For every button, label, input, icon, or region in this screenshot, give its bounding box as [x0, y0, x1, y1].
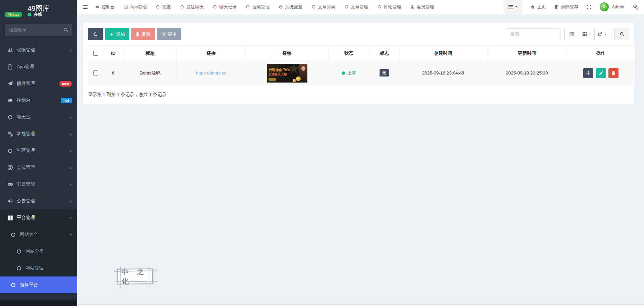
gear-icon — [279, 5, 283, 9]
circle-icon — [7, 114, 13, 120]
tab-member-manage[interactable]: 会员管理 — [410, 4, 434, 10]
sidebar-item-label: 插件管理 — [17, 81, 35, 87]
row-move-button[interactable] — [583, 68, 593, 78]
menu-search-input[interactable] — [5, 24, 72, 36]
clear-cache-button[interactable]: 清除缓存 — [554, 4, 578, 10]
search-toggle-button[interactable] — [614, 28, 629, 40]
row-edit-button[interactable] — [596, 68, 606, 78]
home-link[interactable]: 主页 — [531, 4, 546, 10]
sidebar-item-dashboard[interactable]: 控制台hot — [0, 92, 77, 109]
tab-send-chat[interactable]: 发送聊天 — [180, 4, 204, 10]
columns-dropdown-button[interactable] — [579, 28, 595, 40]
fullscreen-button[interactable] — [586, 4, 592, 10]
sidebar-item-guarantee[interactable]: 担保平台 — [0, 276, 77, 293]
row-delete-button[interactable] — [608, 68, 618, 78]
topbar: 控制台App管理设置发送聊天聊天记录拉黑管理系统配置文章分类文章管理评论管理会员… — [77, 0, 644, 14]
tab-app[interactable]: App管理 — [124, 4, 147, 10]
sidebar-item-permission[interactable]: 权限管理‹ — [0, 42, 77, 58]
tab-blacklist[interactable]: 拉黑管理 — [246, 4, 269, 10]
sidebar-toggle-button[interactable] — [77, 4, 93, 10]
sidebar-item-chatroom[interactable]: 聊天室‹ — [0, 109, 77, 125]
tab-article-category[interactable]: 文章分类 — [311, 4, 335, 10]
row-link[interactable]: https://donts.cc — [196, 70, 227, 75]
chevron-down-icon: ‹ — [68, 217, 74, 219]
add-label: 添加 — [116, 31, 125, 37]
trash-icon — [611, 71, 616, 75]
detail-view-button[interactable] — [564, 28, 579, 40]
file-icon — [124, 5, 128, 9]
delete-button[interactable]: 删除 — [131, 28, 155, 40]
settings-gears-icon[interactable] — [633, 4, 639, 10]
sidebar-item-website-category[interactable]: 网站分类 — [0, 243, 77, 260]
list-alt-icon — [569, 32, 574, 37]
sidebar-item-plugin[interactable]: 插件管理new — [0, 75, 77, 92]
chevron-down-icon: ‹ — [68, 234, 74, 236]
sidebar-status-row: 49tk.cc 在线 — [0, 12, 77, 19]
gamepad-icon — [7, 182, 13, 187]
tab-article-manage[interactable]: 文章管理 — [344, 4, 368, 10]
refresh-button[interactable] — [88, 28, 103, 40]
sidebar-item-member[interactable]: 会员管理‹ — [0, 159, 77, 176]
add-button[interactable]: 添加 — [105, 28, 129, 40]
cell-checkbox — [88, 61, 103, 85]
more-button[interactable]: 更多 — [157, 28, 181, 40]
sidebar-item-label: 聊天室 — [17, 114, 31, 120]
sidebar-item-community[interactable]: 社区管理‹ — [0, 142, 77, 159]
sidebar-item-label: 公告管理 — [17, 198, 35, 204]
sidebar-item-label: 网站大全 — [20, 232, 38, 238]
tab-chat-log[interactable]: 聊天记录 — [213, 4, 237, 10]
caret-down-icon — [589, 33, 591, 36]
content: 添加 删除 更多 — [77, 14, 644, 104]
sidebar-item-website-manage[interactable]: 网站管理 — [0, 260, 77, 276]
tab-system-config[interactable]: 系统配置 — [279, 4, 302, 10]
data-table: ID 标题 链接 横幅 状态 标志 创建时间 更新时间 操作 — [88, 45, 635, 85]
columns-icon — [582, 32, 587, 37]
rocket-icon — [7, 81, 13, 87]
home-label: 主页 — [537, 4, 546, 10]
row-checkbox[interactable] — [93, 70, 98, 75]
caret-down-icon — [515, 5, 518, 8]
sidebar-item-label: 网站管理 — [26, 265, 44, 271]
tab-label: 控制台 — [102, 4, 115, 10]
flag-badge: 无 — [380, 69, 389, 76]
select-all-checkbox[interactable] — [93, 51, 98, 56]
sidebar-item-label: 平台管理 — [17, 215, 35, 221]
export-dropdown-button[interactable] — [594, 28, 610, 40]
file-icon — [7, 64, 13, 70]
sidebar-item-platform[interactable]: 平台管理‹ — [0, 209, 77, 226]
tab-label: 拉黑管理 — [252, 4, 269, 10]
tab-dashboard[interactable]: 控制台 — [95, 4, 115, 10]
watermark-stamp: 中 之 化 — [117, 268, 153, 284]
tab-label: App管理 — [130, 4, 147, 10]
circle-icon — [10, 232, 16, 238]
table-search-input[interactable] — [507, 28, 560, 40]
app-window: 49图库 49tk.cc 在线 权限管理‹App管理插件管理new控制台hot聊… — [0, 0, 644, 306]
sidebar-item-lottery[interactable]: 彩票管理‹ — [0, 176, 77, 193]
sidebar-item-label: 会员管理 — [17, 164, 35, 170]
chevron-left-icon: ‹ — [70, 182, 72, 187]
toolbar-right — [507, 28, 629, 40]
avatar[interactable]: 9 — [600, 2, 609, 11]
tab-menu-dropdown-button[interactable] — [503, 0, 523, 14]
user-solid-icon — [410, 5, 414, 9]
app-title: 49图库 — [0, 0, 77, 12]
username[interactable]: Admin — [612, 4, 624, 9]
more-label: 更多 — [168, 31, 177, 37]
sidebar-item-announcement[interactable]: 公告管理‹ — [0, 193, 77, 209]
sidebar-item-label: App管理 — [17, 64, 34, 70]
circle-icon — [16, 249, 22, 254]
sidebar-item-general[interactable]: 常规管理‹ — [0, 125, 77, 142]
sidebar-item-website-all[interactable]: 网站大全‹ — [0, 226, 77, 243]
chevron-left-icon: ‹ — [70, 114, 72, 120]
tab-label: 会员管理 — [416, 4, 434, 10]
circle-icon — [213, 5, 217, 9]
sidebar-item-app[interactable]: App管理 — [0, 58, 77, 75]
sidebar-item-label: 常规管理 — [17, 131, 35, 137]
online-status: 在线 — [28, 12, 42, 17]
tab-comment-manage[interactable]: 评论管理 — [377, 4, 401, 10]
cell-title: Donts源码 — [124, 61, 177, 85]
online-dot-icon — [28, 13, 31, 16]
tab-settings[interactable]: 设置 — [156, 4, 171, 10]
gear-icon — [161, 32, 166, 37]
table-toolbar: 添加 删除 更多 — [88, 28, 629, 40]
